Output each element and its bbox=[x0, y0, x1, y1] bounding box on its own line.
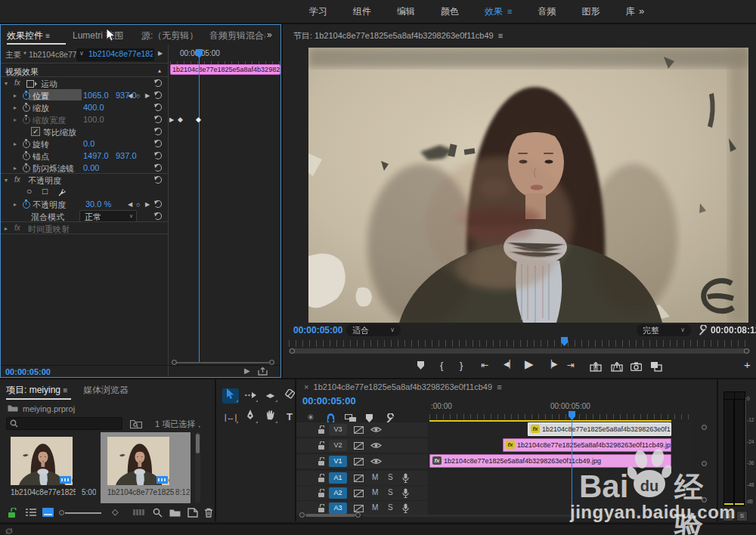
ellipse-mask-icon[interactable]: ○ bbox=[26, 186, 32, 196]
workspace-tab-learn[interactable]: 学习 bbox=[296, 5, 340, 18]
track-header-v2[interactable]: V2 bbox=[296, 438, 428, 453]
effect-time-remap-row[interactable]: ▸ fx 时间重映射 bbox=[1, 222, 168, 234]
track-lane-a1[interactable] bbox=[429, 471, 691, 485]
track-visibility-eye-icon[interactable] bbox=[370, 457, 382, 465]
next-keyframe-icon[interactable]: ▶ bbox=[145, 92, 150, 99]
writable-lock-icon[interactable] bbox=[8, 508, 17, 518]
panel-menu-icon[interactable]: ≡ bbox=[63, 386, 67, 394]
track-lane-a2[interactable] bbox=[429, 486, 691, 500]
list-view-icon[interactable] bbox=[26, 508, 36, 517]
program-monitor-title[interactable]: 节目: 1b2104c8e77e1825e5a8af4b3298263e0f11… bbox=[293, 30, 503, 42]
solo-button[interactable]: S bbox=[388, 503, 393, 512]
settings-wrench-icon[interactable] bbox=[697, 325, 708, 336]
opacity-value[interactable]: 30.0 % bbox=[85, 199, 111, 209]
collapsed-icon[interactable]: ▸ bbox=[14, 201, 17, 208]
antiflicker-value[interactable]: 0.00 bbox=[83, 163, 99, 172]
program-scrollbar[interactable] bbox=[289, 348, 750, 354]
reset-parameter-icon[interactable] bbox=[154, 176, 162, 184]
track-header-a1[interactable]: A1 M S bbox=[296, 471, 428, 485]
stopwatch-icon[interactable] bbox=[23, 141, 30, 148]
collapsed-icon[interactable]: ▸ bbox=[14, 165, 17, 172]
mute-button[interactable]: M bbox=[372, 503, 378, 512]
timeline-clip-v3[interactable]: fx1b2104c8e77e1825e5a8af4b3298263e0f11cb… bbox=[528, 422, 671, 436]
reset-parameter-icon[interactable] bbox=[154, 116, 162, 123]
track-target-v2[interactable]: V2 bbox=[329, 440, 347, 451]
project-item-2[interactable]: 1b2104c8e77e1825e5a8 8:12 bbox=[104, 435, 189, 502]
track-lane-v2[interactable]: fx1b2104c8e77e1825e5a8af4b3298263e0f11cb… bbox=[429, 438, 691, 453]
lock-icon[interactable] bbox=[318, 425, 325, 434]
clip-thumbnail[interactable] bbox=[107, 437, 169, 485]
go-to-out-button[interactable]: ⇥ bbox=[567, 360, 575, 370]
new-bin-icon[interactable] bbox=[169, 508, 181, 517]
voiceover-mic-icon[interactable] bbox=[402, 473, 409, 483]
reset-parameter-icon[interactable] bbox=[154, 212, 162, 220]
comparison-view-button[interactable] bbox=[650, 361, 662, 372]
fx-badge[interactable]: fx bbox=[531, 425, 540, 433]
keyframe-at-playhead-icon[interactable]: ◆ bbox=[196, 116, 201, 123]
close-icon[interactable]: × bbox=[304, 382, 308, 391]
ec-current-timecode[interactable]: 00:00:05:00 bbox=[5, 367, 51, 376]
ec-horizontal-scrollbar[interactable] bbox=[172, 360, 274, 365]
stopwatch-icon[interactable] bbox=[23, 153, 30, 160]
scrollbar-handle-right[interactable] bbox=[744, 348, 749, 354]
tab-project[interactable]: 项目: meiying ≡ bbox=[6, 384, 67, 397]
playback-resolution-dropdown[interactable]: 完整∨ bbox=[637, 324, 691, 336]
ripple-edit-tool[interactable]: ◀▶ bbox=[262, 388, 278, 404]
workspace-tab-assembly[interactable]: 组件 bbox=[340, 5, 384, 18]
sync-lock-icon[interactable] bbox=[354, 505, 364, 512]
workspace-tab-color[interactable]: 颜色 bbox=[428, 5, 472, 18]
step-forward-button[interactable]: ▕▶ bbox=[546, 360, 557, 368]
param-position-row[interactable]: ▸ 位置 1065.0 937.0 ◀ ○ ▶ bbox=[1, 89, 168, 101]
workspace-overflow-icon[interactable]: » bbox=[639, 5, 644, 17]
uniform-scale-checkbox[interactable]: ✓ bbox=[31, 127, 40, 136]
go-to-in-button[interactable]: ⇤ bbox=[481, 360, 488, 370]
reset-parameter-icon[interactable] bbox=[154, 79, 162, 87]
track-lane-v3[interactable]: fx1b2104c8e77e1825e5a8af4b3298263e0f11cb… bbox=[429, 422, 691, 437]
slip-tool[interactable]: |↔| bbox=[222, 410, 239, 425]
scrollbar-handle-right[interactable] bbox=[269, 360, 274, 365]
workspace-menu-icon[interactable]: ≡ bbox=[507, 7, 512, 16]
mute-button[interactable]: M bbox=[372, 488, 378, 496]
workspace-tab-audio[interactable]: 音频 bbox=[525, 5, 569, 18]
prev-keyframe-icon[interactable]: ◀ bbox=[128, 92, 132, 99]
add-keyframe-icon[interactable]: ○ bbox=[136, 92, 140, 100]
search-bin-icon[interactable] bbox=[130, 419, 142, 428]
track-target-a2[interactable]: A2 bbox=[329, 487, 347, 499]
timeline-ruler[interactable] bbox=[429, 414, 691, 419]
mark-out-button[interactable]: } bbox=[460, 360, 463, 371]
item-name[interactable]: 1b2104c8e77e1825e5a bbox=[11, 488, 76, 496]
rect-mask-icon[interactable]: □ bbox=[42, 186, 48, 196]
position-x-value[interactable]: 1065.0 bbox=[83, 91, 109, 100]
blend-mode-dropdown[interactable]: 正常 ∨ bbox=[79, 210, 137, 222]
trash-icon[interactable] bbox=[204, 508, 213, 518]
hand-tool[interactable] bbox=[262, 410, 278, 425]
reset-parameter-icon[interactable] bbox=[154, 140, 162, 147]
icon-view-icon[interactable] bbox=[42, 508, 54, 517]
param-scale-row[interactable]: ▸ 缩放 400.0 bbox=[1, 101, 168, 113]
stopwatch-icon[interactable] bbox=[23, 201, 30, 209]
track-visibility-eye-icon[interactable] bbox=[370, 441, 382, 450]
zoom-handle-left[interactable] bbox=[299, 512, 305, 518]
reset-parameter-icon[interactable] bbox=[154, 164, 162, 172]
sync-lock-icon[interactable] bbox=[354, 442, 364, 450]
pen-tool[interactable] bbox=[242, 410, 259, 425]
linked-selection-icon[interactable] bbox=[345, 414, 357, 422]
search-input[interactable] bbox=[6, 417, 122, 430]
program-ruler[interactable] bbox=[289, 340, 750, 347]
timeline-scrollbar[interactable] bbox=[299, 512, 708, 518]
solo-button[interactable]: S bbox=[388, 473, 393, 481]
param-rotation-row[interactable]: ▸ 旋转 0.0 bbox=[1, 138, 168, 150]
reset-parameter-icon[interactable] bbox=[154, 128, 162, 135]
sync-lock-icon[interactable] bbox=[354, 475, 364, 482]
lock-icon[interactable] bbox=[318, 489, 325, 498]
scrollbar-thumb[interactable] bbox=[196, 434, 200, 453]
automate-to-sequence-icon[interactable]: ◇ bbox=[112, 507, 118, 517]
param-antiflicker-row[interactable]: ▸ 防闪烁滤镜 0.00 bbox=[1, 162, 168, 174]
param-anchor-row[interactable]: 锚点 1497.0 937.0 bbox=[1, 150, 168, 162]
collapsed-icon[interactable]: ▸ bbox=[5, 225, 8, 232]
lock-icon[interactable] bbox=[318, 474, 325, 483]
play-button[interactable]: ▶ bbox=[525, 357, 534, 371]
zoom-handle-right[interactable] bbox=[355, 512, 361, 518]
expanded-icon[interactable]: ▾ bbox=[5, 177, 8, 184]
clip-thumbnail[interactable] bbox=[11, 437, 73, 485]
